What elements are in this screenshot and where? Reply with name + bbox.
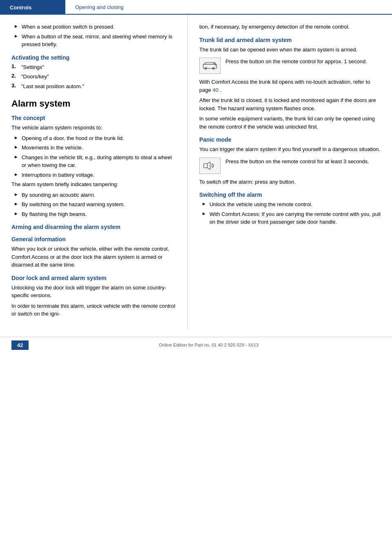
concept-heading: The concept	[11, 115, 176, 121]
bullet-arrow-icon: ►	[14, 201, 18, 206]
right-column: tion, if necessary, by emergency detecti…	[188, 15, 392, 329]
panic-icon-text: Press the button on the remote control f…	[225, 158, 381, 166]
tab-opening-closing[interactable]: Opening and closing	[65, 0, 392, 15]
concept-bullet-4: Interruptions in battery voltage.	[22, 171, 95, 179]
switching-bullet-1: Unlock the vehicle using the remote cont…	[209, 200, 312, 209]
step-text-3: "Last seat position autom."	[21, 82, 84, 91]
bullet-arrow-icon: ►	[202, 211, 206, 216]
step-text-2: "Doors/key"	[21, 73, 49, 81]
trunk-text1: The trunk lid can be opened even when th…	[199, 46, 381, 54]
trunk-icon-text: Press the button on the remote control f…	[225, 58, 381, 66]
footer-text: Online Edition for Part no. 01 40 2 926 …	[37, 342, 381, 347]
tampering-bullet-1: By sounding an acoustic alarm.	[22, 191, 96, 199]
trunk-page-ref: 40	[213, 87, 218, 93]
bullet-arrow-icon: ►	[14, 33, 18, 38]
left-column: ► When a seat position switch is pressed…	[0, 15, 188, 329]
panic-text1: You can trigger the alarm system if you …	[199, 145, 381, 153]
svg-rect-5	[204, 163, 207, 167]
switching-heading: Switching off the alarm	[199, 191, 381, 198]
panic-remote-icon	[199, 158, 220, 174]
bullet-arrow-icon: ►	[14, 211, 18, 216]
bullet-arrow-icon: ►	[14, 24, 18, 29]
list-item: 3. "Last seat position autom."	[11, 82, 176, 91]
intro-bullet-2: When a button of the seat, mirror, and s…	[22, 33, 176, 49]
trunk-text3: After the trunk lid is closed, it is loc…	[199, 96, 381, 112]
door-lock-heading: Door lock and armed alarm system	[11, 275, 176, 281]
door-lock-text2: In order to terminate this alarm, unlock…	[11, 302, 176, 318]
trunk-text2b-span: .	[220, 87, 222, 93]
step-number: 2.	[11, 73, 18, 81]
panic-icon-row: Press the button on the remote control f…	[199, 158, 381, 174]
intro-bullet-1: When a seat position switch is pressed.	[22, 23, 115, 31]
page-header: Controls Opening and closing	[0, 0, 392, 15]
tab-controls-label: Controls	[10, 4, 31, 11]
list-item: ► By flashing the high beams.	[11, 210, 176, 218]
step-number: 3.	[11, 82, 18, 91]
panic-heading: Panic mode	[199, 136, 381, 143]
switching-bullet-2: With Comfort Access: If you are carrying…	[209, 210, 381, 226]
speaker-svg-icon	[203, 160, 217, 171]
arming-heading: Arming and disarming the alarm system	[11, 224, 176, 230]
tampering-intro: The alarm system briefly indicates tampe…	[11, 180, 176, 189]
ignition-text: tion, if necessary, by emergency detecti…	[199, 23, 381, 31]
list-item: ► Changes in the vehicle tilt, e.g., dur…	[11, 153, 176, 169]
list-item: 1. "Settings"	[11, 63, 176, 71]
main-content: ► When a seat position switch is pressed…	[0, 15, 392, 329]
alarm-system-heading: Alarm system	[11, 98, 176, 109]
trunk-icon-row: Press the button on the remote control f…	[199, 58, 381, 74]
list-item: ► When a seat position switch is pressed…	[11, 23, 176, 31]
general-heading: General information	[11, 236, 176, 242]
list-item: ► Interruptions in battery voltage.	[11, 171, 176, 179]
tab-controls[interactable]: Controls	[0, 0, 65, 15]
list-item: 2. "Doors/key"	[11, 73, 176, 81]
panic-text2: To switch off the alarm: press any butto…	[199, 178, 381, 186]
tampering-bullet-3: By flashing the high beams.	[22, 210, 87, 218]
concept-bullet-2: Movements in the vehicle.	[22, 144, 83, 152]
page-footer: 42 Online Edition for Part no. 01 40 2 9…	[0, 337, 392, 353]
list-item: ► By switching on the hazard warning sys…	[11, 200, 176, 209]
trunk-text2: With Comfort Access the trunk lid opens …	[199, 78, 381, 94]
activating-heading: Activating the setting	[11, 54, 176, 61]
list-item: ► When a button of the seat, mirror, and…	[11, 33, 176, 49]
door-lock-text1: Unlocking via the door lock will trigger…	[11, 284, 176, 300]
concept-intro: The vehicle alarm system responds to:	[11, 124, 176, 132]
list-item: ► Movements in the vehicle.	[11, 144, 176, 152]
tab-opening-closing-label: Opening and closing	[75, 4, 124, 10]
bullet-arrow-icon: ►	[14, 172, 18, 177]
list-item: ► Unlock the vehicle using the remote co…	[199, 200, 381, 209]
car-svg-icon	[203, 60, 217, 71]
step-number: 1.	[11, 63, 18, 71]
trunk-remote-icon	[199, 58, 220, 74]
concept-bullet-3: Changes in the vehicle tilt, e.g., durin…	[22, 153, 176, 169]
page-number: 42	[11, 340, 29, 350]
trunk-text2-span: With Comfort Access the trunk lid opens …	[199, 79, 370, 93]
trunk-text4: In some vehicle equipment variants, the …	[199, 115, 381, 131]
list-item: ► By sounding an acoustic alarm.	[11, 191, 176, 199]
bullet-arrow-icon: ►	[14, 192, 18, 197]
bullet-arrow-icon: ►	[14, 154, 18, 159]
tampering-bullet-2: By switching on the hazard warning syste…	[22, 200, 125, 209]
list-item: ► With Comfort Access: If you are carryi…	[199, 210, 381, 226]
bullet-arrow-icon: ►	[14, 135, 18, 140]
concept-bullet-1: Opening of a door, the hood or the trunk…	[22, 134, 124, 142]
trunk-heading: Trunk lid and armed alarm system	[199, 37, 381, 43]
bullet-arrow-icon: ►	[202, 201, 206, 206]
bullet-arrow-icon: ►	[14, 145, 18, 149]
general-text: When you lock or unlock the vehicle, eit…	[11, 245, 176, 269]
list-item: ► Opening of a door, the hood or the tru…	[11, 134, 176, 142]
step-text-1: "Settings"	[21, 63, 44, 71]
